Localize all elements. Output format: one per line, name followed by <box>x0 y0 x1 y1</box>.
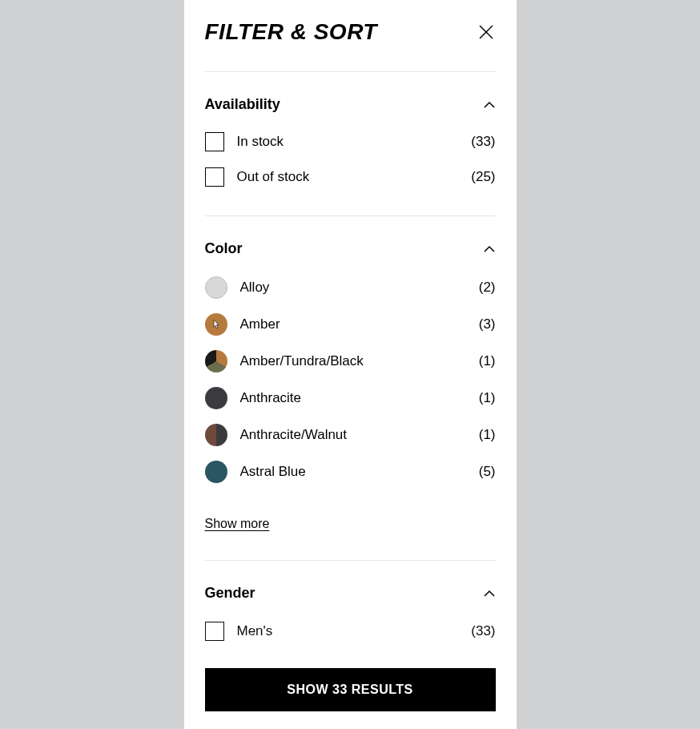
section-title-gender: Gender <box>205 585 255 602</box>
checkbox[interactable] <box>205 132 224 151</box>
color-swatch-anthracite <box>205 387 227 409</box>
color-count: (3) <box>479 316 496 332</box>
section-header-color[interactable]: Color <box>205 240 496 257</box>
filter-label: Out of stock <box>237 169 472 185</box>
color-count: (2) <box>479 280 496 296</box>
section-title-availability: Availability <box>205 96 280 113</box>
color-swatch-amber <box>205 313 227 336</box>
color-option-anthracite-walnut[interactable]: Anthracite/Walnut (1) <box>205 424 496 446</box>
panel-title: FILTER & SORT <box>205 19 377 45</box>
filter-label: In stock <box>237 134 472 150</box>
show-more-link[interactable]: Show more <box>205 517 270 531</box>
close-icon <box>477 22 496 42</box>
color-label: Amber/Tundra/Black <box>240 353 479 369</box>
section-title-color: Color <box>205 240 243 257</box>
color-label: Alloy <box>240 280 479 296</box>
panel-footer: SHOW 33 RESULTS <box>184 650 517 729</box>
close-button[interactable] <box>477 22 496 42</box>
color-count: (1) <box>479 390 496 406</box>
section-header-availability[interactable]: Availability <box>205 96 496 113</box>
color-option-astral-blue[interactable]: Astral Blue (5) <box>205 461 496 483</box>
pointer-cursor-icon <box>209 319 223 333</box>
checkbox[interactable] <box>205 622 224 641</box>
color-label: Astral Blue <box>240 464 479 480</box>
filter-label: Men's <box>237 623 472 639</box>
show-results-button[interactable]: SHOW 33 RESULTS <box>205 668 496 711</box>
chevron-up-icon <box>483 243 496 256</box>
chevron-up-icon <box>483 587 496 600</box>
checkbox[interactable] <box>205 167 224 187</box>
color-swatch-anthracite-walnut <box>205 424 227 446</box>
color-option-alloy[interactable]: Alloy (2) <box>205 276 496 299</box>
color-swatch-astral-blue <box>205 461 227 483</box>
color-swatch-alloy <box>205 276 227 299</box>
color-label: Anthracite/Walnut <box>240 427 479 443</box>
filter-count: (33) <box>471 623 495 639</box>
chevron-up-icon <box>483 99 496 111</box>
color-count: (1) <box>479 353 496 369</box>
filter-sort-panel: FILTER & SORT Availability In stock (33) <box>184 0 517 729</box>
scroll-area[interactable]: Availability In stock (33) Out of stock … <box>184 65 517 650</box>
section-color: Color Alloy (2) Amber (3) <box>205 216 496 561</box>
color-option-anthracite[interactable]: Anthracite (1) <box>205 387 496 409</box>
color-count: (1) <box>479 427 496 443</box>
filter-count: (25) <box>471 169 495 185</box>
color-option-amber-tundra-black[interactable]: Amber/Tundra/Black (1) <box>205 350 496 373</box>
filter-option-out-of-stock[interactable]: Out of stock (25) <box>205 167 496 187</box>
section-header-gender[interactable]: Gender <box>205 585 496 602</box>
color-label: Amber <box>240 316 479 332</box>
section-availability: Availability In stock (33) Out of stock … <box>205 72 496 216</box>
color-label: Anthracite <box>240 390 479 406</box>
filter-option-mens[interactable]: Men's (33) <box>205 621 496 642</box>
color-option-amber[interactable]: Amber (3) <box>205 313 496 336</box>
color-count: (5) <box>479 464 496 480</box>
color-swatch-amber-tundra-black <box>205 350 227 373</box>
section-gender: Gender Men's (33) <box>205 561 496 650</box>
panel-header: FILTER & SORT <box>184 0 517 65</box>
filter-count: (33) <box>471 134 495 150</box>
filter-option-in-stock[interactable]: In stock (33) <box>205 132 496 151</box>
